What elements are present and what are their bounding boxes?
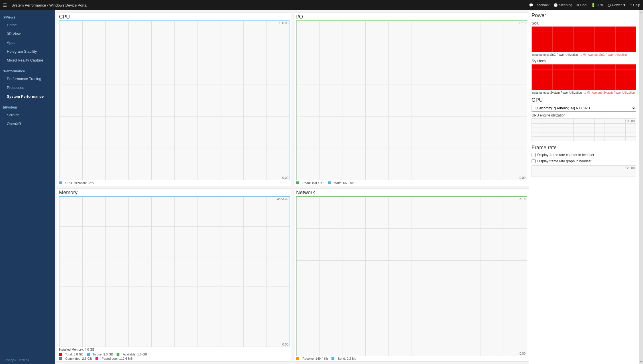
framerate-title: Frame rate	[532, 145, 636, 151]
power-icon: ⏻	[607, 3, 611, 7]
sidebar: ▾ ▾Views Home 3D View Apps Hologram Stab…	[0, 10, 55, 364]
topbar: ☰ System Performance - Windows Device Po…	[0, 0, 643, 10]
sleeping-icon: 🕐	[554, 3, 558, 7]
network-max-label: 3.18	[520, 197, 526, 201]
memory-title: Memory	[59, 190, 290, 196]
network-chart-area: 3.18 0.00	[296, 196, 527, 356]
cpu-chart-area: 100.00 0.00	[59, 21, 290, 180]
sidebar-views-section[interactable]: ▾ ▾Views	[0, 13, 55, 21]
sidebar-item-mixed-reality[interactable]: Mixed Reality Capture	[0, 56, 55, 65]
system-chart-grid	[532, 64, 636, 90]
sidebar-item-processes[interactable]: Processes	[0, 83, 55, 92]
framerate-counter-checkbox[interactable]	[532, 153, 536, 157]
right-scrollbar: ▲ ▼	[639, 10, 643, 364]
scroll-down-icon[interactable]: ▼	[640, 360, 642, 363]
mem-commit-dot	[59, 357, 62, 360]
content-area: CPU 100.00 0.00 CPU utilization: 22% I/O…	[55, 10, 643, 364]
cpu-title: CPU	[59, 14, 290, 20]
framerate-max-label: 120.00	[625, 166, 635, 170]
sidebar-performance-section[interactable]: ▾ Performance	[0, 66, 55, 74]
privacy-cookies-link[interactable]: Privacy & Cookies	[0, 356, 55, 364]
io-write-label: Write: 66.0 KB	[334, 181, 355, 185]
framerate-chart-area: 120.00	[532, 165, 636, 177]
cpu-legend: CPU utilization: 22%	[59, 181, 290, 185]
gpu-select[interactable]: Qualcomm(R) Adreno(TM) 630 GPU	[532, 105, 636, 112]
framerate-graph-checkbox[interactable]	[532, 159, 536, 163]
framerate-graph-row: Display frame rate graph in headset	[532, 159, 636, 163]
sidebar-item-openxr[interactable]: OpenXR	[0, 119, 55, 128]
io-title: I/O	[296, 14, 527, 20]
memory-max-label: 3863.32	[277, 197, 288, 201]
top-actions: 💬 Feedback 🕐 Sleeping ❄ Cool 🔋 98% ⏻ Pow…	[529, 3, 640, 7]
io-min-label: 0.00	[520, 176, 526, 179]
bottom-chart-row: Memory 3863.32 0.00 Installed Memory: 4.…	[57, 188, 529, 362]
power-button[interactable]: ⏻ Power ▼	[607, 3, 626, 7]
mem-commit-label: Committed: 2.3 GB	[65, 357, 92, 360]
sidebar-item-scratch[interactable]: Scratch	[0, 111, 55, 119]
sidebar-item-performance-tracing[interactable]: Performance Tracing	[0, 74, 55, 83]
soc-chart-grid	[532, 26, 636, 52]
io-read-dot	[296, 181, 299, 184]
cpu-panel: CPU 100.00 0.00 CPU utilization: 22%	[57, 13, 292, 186]
cpu-max-label: 100.00	[279, 21, 288, 25]
sleeping-button[interactable]: 🕐 Sleeping	[554, 3, 572, 7]
memory-panel: Memory 3863.32 0.00 Installed Memory: 4.…	[57, 188, 292, 362]
mem-paged-dot	[95, 357, 98, 360]
battery-button[interactable]: 🔋 98%	[591, 3, 603, 7]
gpu-title: GPU	[532, 97, 636, 103]
cpu-legend-dot	[59, 181, 62, 184]
network-min-label: 0.00	[520, 352, 526, 355]
help-icon: ?	[630, 3, 632, 7]
net-send-dot	[331, 357, 334, 360]
system-power-chart	[532, 64, 636, 90]
sidebar-system-section[interactable]: ▶ System	[0, 103, 55, 111]
soc-power-chart	[532, 26, 636, 52]
framerate-section: Frame rate Display frame rate counter in…	[532, 145, 636, 177]
memory-legend2: Committed: 2.3 GB Paged pool: 112.6 MB	[59, 357, 290, 360]
sidebar-item-system-performance[interactable]: System Performance	[0, 92, 55, 101]
sidebar-item-apps[interactable]: Apps	[0, 38, 55, 47]
system-power-legend: Instantaneous System Power Utilization 1…	[532, 91, 636, 94]
scroll-up-icon[interactable]: ▲	[640, 11, 642, 14]
cool-button[interactable]: ❄ Cool	[576, 3, 587, 7]
cpu-legend-text: CPU utilization: 22%	[65, 181, 94, 185]
sidebar-nav: ▾ ▾Views Home 3D View Apps Hologram Stab…	[0, 10, 55, 130]
main-charts-panels: CPU 100.00 0.00 CPU utilization: 22% I/O…	[55, 10, 529, 364]
feedback-button[interactable]: 💬 Feedback	[529, 3, 550, 7]
system-power-label: System	[532, 59, 636, 63]
help-button[interactable]: ? Help	[630, 3, 640, 7]
io-write-dot	[328, 181, 331, 184]
memory-chart-area: 3863.32 0.00	[59, 196, 290, 347]
soc-label: SoC	[532, 21, 636, 25]
framerate-counter-label: Display frame rate counter in headset	[537, 153, 594, 157]
soc-power-legend: Instantaneous SoC Power Utilization 1 Mi…	[532, 53, 636, 56]
gpu-engine-label: GPU engine utilization	[532, 113, 636, 117]
io-chart-area: 0.19 0.00	[296, 21, 527, 180]
network-legend: Receive: 149.4 Kb Send: 2.2 Mb	[296, 357, 527, 360]
mem-total-label: Total: 3.8 GB	[65, 353, 84, 356]
framerate-counter-row: Display frame rate counter in headset	[532, 153, 636, 157]
net-receive-dot	[296, 357, 299, 360]
gpu-section: GPU Qualcomm(R) Adreno(TM) 630 GPU GPU e…	[532, 97, 636, 141]
network-title: Network	[296, 190, 527, 196]
sidebar-item-hologram-stability[interactable]: Hologram Stability	[0, 47, 55, 56]
io-max-label: 0.19	[520, 21, 526, 25]
cpu-min-label: 0.00	[282, 176, 288, 179]
mem-avail-label: Available: 1.5 GB	[123, 353, 147, 356]
net-receive-label: Receive: 149.4 Kb	[302, 357, 328, 360]
right-panel: ▲ ▼ Power SoC Instantaneous SoC Power Ut…	[529, 10, 643, 364]
mem-avail-dot	[117, 353, 119, 356]
feedback-icon: 💬	[529, 3, 533, 7]
cool-icon: ❄	[576, 3, 579, 7]
power-title: Power	[532, 13, 636, 19]
io-panel: I/O 0.19 0.00 Read: 199.4 KB Write: 66.0…	[294, 13, 529, 186]
menu-icon[interactable]: ☰	[3, 3, 7, 8]
memory-min-label: 0.00	[282, 343, 288, 346]
memory-legend: Total: 3.8 GB In use: 2.3 GB Available: …	[59, 353, 290, 356]
sidebar-item-3dview[interactable]: 3D View	[0, 29, 55, 38]
battery-icon: 🔋	[591, 3, 595, 7]
sidebar-item-home[interactable]: Home	[0, 21, 55, 29]
page-title: System Performance - Windows Device Port…	[11, 3, 524, 7]
io-read-label: Read: 199.4 KB	[302, 181, 325, 185]
gpu-chart-area: 100.00	[532, 118, 636, 141]
